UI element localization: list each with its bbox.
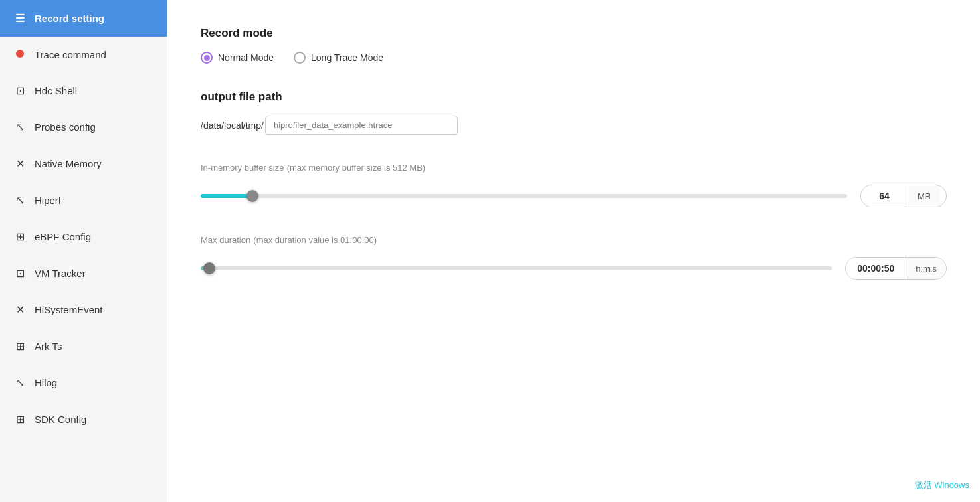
duration-title: Max duration (max duration value is 01:0… bbox=[201, 234, 947, 245]
icon-hiperf: ⤡ bbox=[13, 194, 27, 207]
sidebar-item-ebpf-config[interactable]: ⊞eBPF Config bbox=[0, 218, 167, 255]
duration-title-text: Max duration bbox=[201, 235, 250, 245]
long-trace-radio[interactable] bbox=[294, 52, 306, 64]
sidebar-label-probes-config: Probes config bbox=[35, 122, 96, 133]
buffer-slider-track bbox=[201, 194, 847, 198]
watermark: 激活 Windows bbox=[915, 479, 969, 491]
icon-native-memory: ✕ bbox=[13, 157, 27, 170]
duration-slider-thumb[interactable] bbox=[203, 262, 215, 274]
output-path-title: output file path bbox=[201, 90, 947, 104]
path-prefix: /data/local/tmp/ bbox=[201, 120, 264, 131]
sidebar-item-trace-command[interactable]: Trace command bbox=[0, 37, 167, 72]
duration-unit: h:m:s bbox=[906, 258, 946, 279]
path-input[interactable] bbox=[265, 116, 458, 135]
buffer-slider-wrap[interactable] bbox=[201, 194, 847, 198]
duration-slider-wrap[interactable] bbox=[201, 266, 832, 270]
icon-probes-config: ⤡ bbox=[13, 121, 27, 133]
buffer-slider-fill bbox=[201, 194, 252, 198]
sidebar-label-native-memory: Native Memory bbox=[35, 158, 102, 169]
icon-trace-command bbox=[13, 48, 27, 60]
sidebar-item-sdk-config[interactable]: ⊞SDK Config bbox=[0, 401, 167, 438]
sidebar-item-hdc-shell[interactable]: ⊡Hdc Shell bbox=[0, 72, 167, 109]
sidebar-label-hdc-shell: Hdc Shell bbox=[35, 85, 77, 96]
buffer-slider-row: MB bbox=[201, 185, 947, 207]
path-row: /data/local/tmp/ bbox=[201, 116, 947, 135]
sidebar: ☰Record settingTrace command⊡Hdc Shell⤡P… bbox=[0, 0, 167, 502]
sidebar-item-hiperf[interactable]: ⤡Hiperf bbox=[0, 182, 167, 218]
dot-icon bbox=[16, 50, 24, 58]
icon-record-setting: ☰ bbox=[13, 12, 27, 25]
icon-hisystemevent: ✕ bbox=[13, 303, 27, 316]
icon-ark-ts: ⊞ bbox=[13, 340, 27, 353]
sidebar-item-hisystemevent[interactable]: ✕HiSystemEvent bbox=[0, 292, 167, 328]
sidebar-label-vm-tracker: VM Tracker bbox=[35, 268, 86, 279]
normal-mode-radio[interactable] bbox=[201, 52, 213, 64]
duration-section: Max duration (max duration value is 01:0… bbox=[201, 234, 947, 280]
duration-slider-track bbox=[201, 266, 832, 270]
output-path-section: output file path /data/local/tmp/ bbox=[201, 90, 947, 135]
sidebar-item-record-setting[interactable]: ☰Record setting bbox=[0, 0, 167, 37]
record-mode-row: Normal Mode Long Trace Mode bbox=[201, 52, 947, 64]
duration-value-box: h:m:s bbox=[845, 257, 947, 280]
record-mode-title: Record mode bbox=[201, 27, 947, 40]
sidebar-item-ark-ts[interactable]: ⊞Ark Ts bbox=[0, 328, 167, 365]
long-trace-label: Long Trace Mode bbox=[311, 52, 383, 63]
icon-ebpf-config: ⊞ bbox=[13, 230, 27, 243]
sidebar-item-native-memory[interactable]: ✕Native Memory bbox=[0, 145, 167, 182]
sidebar-item-hilog[interactable]: ⤡Hilog bbox=[0, 365, 167, 401]
buffer-value-box: MB bbox=[860, 185, 947, 207]
main-content: Record mode Normal Mode Long Trace Mode … bbox=[167, 0, 980, 502]
sidebar-label-record-setting: Record setting bbox=[35, 13, 104, 24]
sidebar-item-vm-tracker[interactable]: ⊡VM Tracker bbox=[0, 255, 167, 292]
sidebar-label-trace-command: Trace command bbox=[35, 49, 106, 60]
sidebar-item-probes-config[interactable]: ⤡Probes config bbox=[0, 109, 167, 145]
icon-hdc-shell: ⊡ bbox=[13, 84, 27, 97]
normal-mode-label: Normal Mode bbox=[218, 52, 274, 63]
buffer-section: In-memory buffer size (max memory buffer… bbox=[201, 161, 947, 207]
buffer-note: (max memory buffer size is 512 MB) bbox=[287, 163, 426, 173]
normal-mode-option[interactable]: Normal Mode bbox=[201, 52, 274, 64]
sidebar-label-ebpf-config: eBPF Config bbox=[35, 231, 91, 242]
icon-sdk-config: ⊞ bbox=[13, 413, 27, 426]
sidebar-label-sdk-config: SDK Config bbox=[35, 414, 86, 425]
sidebar-label-hilog: Hilog bbox=[35, 377, 57, 388]
buffer-value-input[interactable] bbox=[861, 185, 908, 207]
sidebar-label-ark-ts: Ark Ts bbox=[35, 341, 62, 352]
buffer-title: In-memory buffer size (max memory buffer… bbox=[201, 161, 947, 173]
sidebar-label-hisystemevent: HiSystemEvent bbox=[35, 304, 103, 315]
sidebar-label-hiperf: Hiperf bbox=[35, 195, 61, 206]
buffer-unit: MB bbox=[908, 186, 940, 207]
long-trace-option[interactable]: Long Trace Mode bbox=[294, 52, 383, 64]
icon-hilog: ⤡ bbox=[13, 376, 27, 389]
duration-slider-row: h:m:s bbox=[201, 257, 947, 280]
buffer-title-text: In-memory buffer size bbox=[201, 163, 284, 173]
buffer-slider-thumb[interactable] bbox=[246, 190, 258, 202]
icon-vm-tracker: ⊡ bbox=[13, 267, 27, 280]
duration-value-input[interactable] bbox=[846, 258, 906, 279]
duration-note: (max duration value is 01:00:00) bbox=[253, 235, 377, 245]
